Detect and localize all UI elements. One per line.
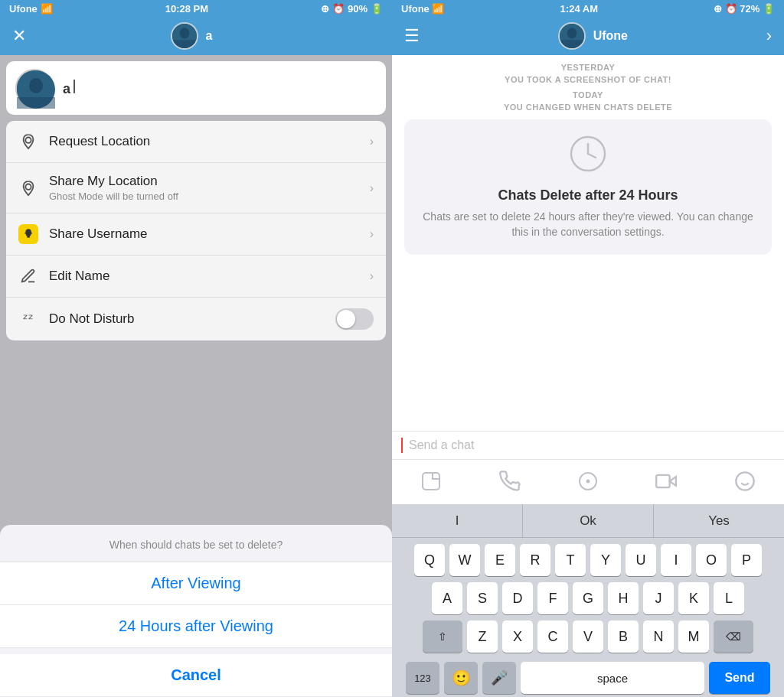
key-C[interactable]: C — [537, 620, 568, 653]
key-B[interactable]: B — [608, 620, 639, 653]
contact-name-area: a — [63, 80, 75, 97]
location-icon-left: ⊕ — [321, 3, 329, 15]
cancel-btn[interactable]: Cancel — [0, 654, 392, 697]
key-Q[interactable]: Q — [414, 544, 445, 576]
key-R[interactable]: R — [520, 544, 550, 576]
dnd-toggle[interactable] — [335, 308, 374, 330]
battery-right: 72% — [740, 3, 760, 15]
svg-point-6 — [25, 138, 31, 143]
key-P[interactable]: P — [731, 544, 762, 576]
emoji-keyboard-key[interactable]: 🙂 — [444, 662, 478, 694]
battery-icon-right: 🔋 — [763, 3, 775, 15]
key-A[interactable]: A — [432, 582, 462, 614]
share-location-title: Share My Location — [49, 174, 359, 189]
menu-item-request-location[interactable]: Request Location › — [6, 121, 386, 163]
nav-bar-right: ☰ Ufone › — [392, 17, 784, 55]
close-icon[interactable]: ✕ — [12, 26, 26, 46]
chat-input[interactable] — [409, 438, 775, 452]
chat-card: Chats Delete after 24 Hours Chats are se… — [404, 119, 772, 255]
emoji-icon[interactable] — [728, 464, 762, 498]
key-O[interactable]: O — [696, 544, 727, 576]
key-U[interactable]: U — [626, 544, 656, 576]
svg-rect-10 — [560, 40, 584, 48]
date-today: TODAY — [404, 90, 772, 99]
contact-name: a — [63, 81, 70, 96]
after-viewing-btn[interactable]: After Viewing — [0, 562, 392, 605]
share-username-text: Share Username — [49, 226, 359, 242]
shift-key[interactable]: ⇧ — [423, 620, 462, 653]
battery-left: 90% — [348, 3, 368, 15]
phone-icon[interactable] — [493, 464, 527, 498]
carrier-name-left: Ufone — [9, 3, 38, 15]
date-yesterday: YESTERDAY — [404, 63, 772, 72]
keyboard-suggestions: I Ok Yes — [392, 504, 784, 538]
suggestion-I[interactable]: I — [392, 504, 523, 537]
mic-key[interactable]: 🎤 — [482, 662, 516, 694]
action-sheet-title: When should chats be set to delete? — [0, 525, 392, 562]
key-L[interactable]: L — [714, 582, 744, 614]
key-T[interactable]: T — [555, 544, 586, 576]
24hrs-btn[interactable]: 24 Hours after Viewing — [0, 605, 392, 648]
status-bar-right: Ufone 📶 1:24 AM ⊕ ⏰ 72% 🔋 — [392, 0, 784, 17]
key-F[interactable]: F — [537, 582, 568, 614]
changed-msg: YOU CHANGED WHEN CHATS DELETE — [404, 103, 772, 112]
key-E[interactable]: E — [485, 544, 515, 576]
action-icons-bar — [392, 459, 784, 504]
svg-marker-17 — [670, 477, 676, 486]
snapchat-box — [18, 224, 38, 244]
text-cursor — [74, 80, 75, 93]
key-G[interactable]: G — [573, 582, 603, 614]
key-V[interactable]: V — [573, 620, 603, 653]
sticker-icon[interactable] — [414, 464, 448, 498]
nav-arrow-icon[interactable]: › — [766, 26, 772, 46]
right-panel: Ufone 📶 1:24 AM ⊕ ⏰ 72% 🔋 ☰ Ufone › — [392, 0, 784, 697]
status-right-left: ⊕ ⏰ 90% 🔋 — [321, 3, 383, 15]
svg-rect-5 — [17, 97, 55, 109]
svg-rect-2 — [172, 40, 197, 48]
video-icon[interactable] — [649, 464, 683, 498]
key-W[interactable]: W — [449, 544, 480, 576]
key-D[interactable]: D — [502, 582, 533, 614]
menu-item-dnd[interactable]: ᶻᶻ Do Not Disturb — [6, 298, 386, 340]
key-J[interactable]: J — [643, 582, 674, 614]
nav-center-right: Ufone — [558, 22, 628, 50]
contact-header: a — [6, 61, 386, 115]
key-X[interactable]: X — [502, 620, 533, 653]
dnd-title: Do Not Disturb — [49, 311, 325, 327]
chevron-icon-3: › — [370, 227, 374, 241]
chat-area: YESTERDAY YOU TOOK A SCREENSHOT OF CHAT!… — [392, 55, 784, 431]
share-location-text: Share My Location Ghost Mode will be tur… — [49, 174, 359, 202]
menu-item-share-location[interactable]: Share My Location Ghost Mode will be tur… — [6, 163, 386, 213]
space-key[interactable]: space — [521, 662, 704, 694]
key-Y[interactable]: Y — [590, 544, 621, 576]
menu-item-share-username[interactable]: Share Username › — [6, 213, 386, 256]
chat-card-title: Chats Delete after 24 Hours — [416, 187, 760, 204]
action-sheet-content: When should chats be set to delete? Afte… — [0, 525, 392, 697]
svg-point-9 — [567, 28, 576, 38]
location-icon-right: ⊕ — [714, 3, 722, 15]
send-key[interactable]: Send — [709, 662, 770, 694]
suggestion-Ok[interactable]: Ok — [523, 504, 654, 537]
key-H[interactable]: H — [608, 582, 639, 614]
key-Z[interactable]: Z — [467, 620, 498, 653]
clock-icon — [416, 135, 760, 180]
delete-key[interactable]: ⌫ — [714, 620, 753, 653]
nav-bar-left: ✕ a — [0, 17, 392, 55]
suggestion-Yes[interactable]: Yes — [654, 504, 784, 537]
avatar-left — [171, 22, 198, 50]
menu-item-edit-name[interactable]: Edit Name › — [6, 256, 386, 298]
key-M[interactable]: M — [678, 620, 709, 653]
hamburger-icon[interactable]: ☰ — [404, 26, 420, 46]
key-S[interactable]: S — [467, 582, 498, 614]
dnd-icon: ᶻᶻ — [18, 309, 38, 329]
share-username-title: Share Username — [49, 226, 359, 242]
nums-key[interactable]: 123 — [406, 662, 439, 694]
share-location-subtitle: Ghost Mode will be turned off — [49, 191, 359, 202]
key-I[interactable]: I — [661, 544, 691, 576]
action-sheet: When should chats be set to delete? Afte… — [0, 525, 392, 697]
camera-icon[interactable] — [571, 464, 605, 498]
carrier-name-right: Ufone — [401, 3, 430, 15]
key-K[interactable]: K — [678, 582, 709, 614]
key-N[interactable]: N — [643, 620, 674, 653]
chevron-icon-4: › — [370, 269, 374, 283]
